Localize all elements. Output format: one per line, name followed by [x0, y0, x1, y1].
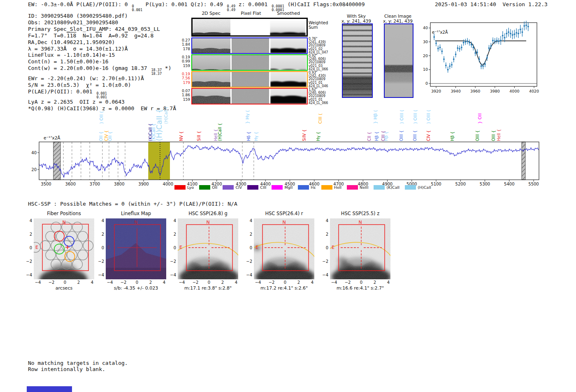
line-label-h: Hβ {	[384, 132, 388, 141]
legend-label: CIII	[260, 185, 266, 190]
east-label: E	[179, 245, 182, 250]
spec2d-row-annotation: 0.93"(242, 430)20210809v021_01424_LL_046	[309, 71, 334, 88]
legend-swatch	[223, 185, 234, 190]
footer-line-1: No matching targets in catalog.	[28, 360, 128, 366]
hsc-xtick: 2	[294, 280, 304, 285]
spec2d-row-stats: 0.197.56179	[180, 72, 190, 85]
info-line-7: LineFlux = -1.10(±0.14)e-15	[28, 52, 176, 58]
hsc-panel-image	[178, 218, 238, 279]
report-version: Version 1.22.3	[502, 1, 548, 7]
hsc-panel-2	[178, 218, 238, 279]
hsc-ytick: 4	[95, 218, 104, 223]
line-label-ciii: CIII (	[318, 114, 323, 124]
hsc-ytick: −4	[23, 273, 32, 277]
hsc-panel-caption-4: m:16.6 re:4.1" s:2.7"	[321, 285, 399, 291]
hsc-xtick: 0	[204, 280, 214, 285]
clean-image	[384, 23, 413, 98]
spec2d-cell-texture	[270, 89, 307, 104]
legend-swatch	[347, 185, 358, 190]
col-title-smoothed: Smoothed	[272, 11, 305, 16]
spec2d-cell	[192, 55, 230, 70]
spec2d-row-stats: 0.071.86159	[180, 89, 190, 102]
svg-text:3500: 3500	[41, 182, 51, 186]
legend-swatch	[374, 185, 385, 190]
spec2d-cell	[270, 55, 307, 70]
svg-text:4000: 4000	[509, 89, 519, 93]
hsc-xtick: −2	[46, 280, 56, 285]
svg-text:3800: 3800	[114, 182, 124, 186]
line-label-h: Hγ {	[254, 132, 258, 141]
page-separator-bar	[27, 386, 72, 392]
info-line-10: EWr = -2.20(±0.24) (w: 2.70(±0.11))Å	[28, 75, 176, 82]
line-label-heii: HeII {	[497, 129, 501, 141]
spec2d-cell	[192, 38, 230, 53]
line-fit-svg: 392039403960398040004020010203040e⁻¹⁷x2Å	[423, 19, 541, 95]
spec2d-cell-texture	[270, 19, 306, 35]
noise-texture	[192, 72, 230, 87]
info-line-1: ID: 3090295480 (3090295480.pdf)	[28, 13, 176, 19]
hsc-ytick: 2	[23, 232, 32, 237]
line-label-oiii: ) OIII (	[399, 110, 404, 124]
hsc-ytick: −4	[243, 273, 252, 277]
hsc-panel-image	[106, 218, 166, 279]
footer-line-2: Row intentionally blank.	[28, 366, 105, 372]
stat-value: 1.84	[180, 42, 190, 46]
line-label-hcaii: (H)CaII {	[155, 109, 163, 141]
legend-item-ciii: CIII	[247, 185, 266, 190]
info-line-9: Cont(w) = 2.20(±0.00)e-16 (gmag 18.37 18…	[28, 65, 176, 75]
hsc-header: HSC-SSP : Possible Matches = 0 (within +…	[28, 201, 237, 207]
legend-label: Hε	[311, 185, 316, 190]
spec2d-cell	[192, 89, 230, 104]
legend-item-oii: OII	[199, 185, 217, 190]
hsc-xtick: −2	[190, 280, 200, 285]
legend-swatch	[405, 185, 416, 190]
stat-value: 0.27	[180, 38, 190, 42]
info-line-11: S/N = 23.0(±5.3) χ² = 1.0(±0.0)	[28, 82, 176, 88]
svg-text:4000: 4000	[163, 182, 173, 186]
hsc-panel-4	[330, 218, 390, 279]
stat-value: 0.99	[180, 59, 190, 63]
line-label-hcaii: (H)CaII (	[164, 107, 168, 124]
line-label-cii: CII {	[367, 132, 372, 141]
legend-label: MgII	[284, 185, 293, 190]
hsc-panel-title-2: HSC SSP(26.8) g	[170, 211, 246, 216]
hsc-ytick: −2	[319, 259, 328, 264]
north-label: N	[178, 220, 238, 225]
detection-info-block: ID: 3090295480 (3090295480.pdf)Obs: 2021…	[28, 13, 176, 112]
spec2d-row-annotation: 1.62"(240, 606)20210809v021_01424_LL_066	[309, 88, 334, 105]
col-title-2dspec: 2D Spec	[195, 11, 228, 16]
spec2d-row-annotation: 0.76"(241, 439)20210809v021_02424_LL_047	[309, 37, 334, 54]
svg-text:5200: 5200	[455, 182, 466, 186]
line-label-h: Hβ {	[374, 132, 379, 141]
stat-value: 7.56	[180, 76, 190, 80]
spec2d-row-annotation: 0.92"(240, 606)20210809v021_03424_LL_066	[309, 54, 334, 71]
info-line-5: RA,Dec (10.496221,1.950920)	[28, 39, 176, 46]
svg-text:4020: 4020	[529, 89, 539, 93]
svg-text:3600: 3600	[65, 182, 76, 186]
legend-label: HeII	[334, 185, 342, 190]
summary-header: EW: -0.3±-0.0Å P(LAE)/P(OII): 0 00.001 P…	[28, 1, 365, 12]
hsc-xtick: −4	[177, 280, 187, 285]
line-label-oii: OII {	[99, 132, 103, 141]
legend-label: (K)CaII	[386, 185, 399, 190]
legend-label: (H)CaII	[418, 185, 431, 190]
spec2d-cell	[270, 89, 307, 104]
line-label-oii: } OII	[477, 113, 483, 124]
north-label: N	[106, 220, 166, 225]
hsc-xtick: −2	[343, 280, 353, 285]
line-label-h: Hβ {	[450, 132, 455, 141]
hsc-xtick: 0	[60, 280, 70, 285]
hsc-panel-3	[254, 218, 314, 279]
elixer-detection-report: EW: -0.3±-0.0Å P(LAE)/P(OII): 0 00.001 P…	[0, 0, 576, 392]
hsc-panel-title-3: HSC SSP(26.4) r	[246, 211, 323, 216]
line-label-oiii: OIII {	[475, 130, 480, 141]
hsc-ytick: −4	[319, 273, 328, 277]
withsky-title: With Sky x, y: 241, 439	[336, 14, 377, 23]
hsc-ytick: 0	[167, 246, 176, 250]
noise-texture	[232, 72, 269, 87]
hsc-ytick: 0	[95, 246, 104, 250]
line-label-siii: SiII {	[197, 131, 201, 141]
hsc-panel-caption-2: m:17.1 re:3.8" s:2.8"	[169, 285, 247, 291]
east-label: E	[35, 245, 38, 250]
legend-item-heii: HeII	[321, 185, 342, 190]
